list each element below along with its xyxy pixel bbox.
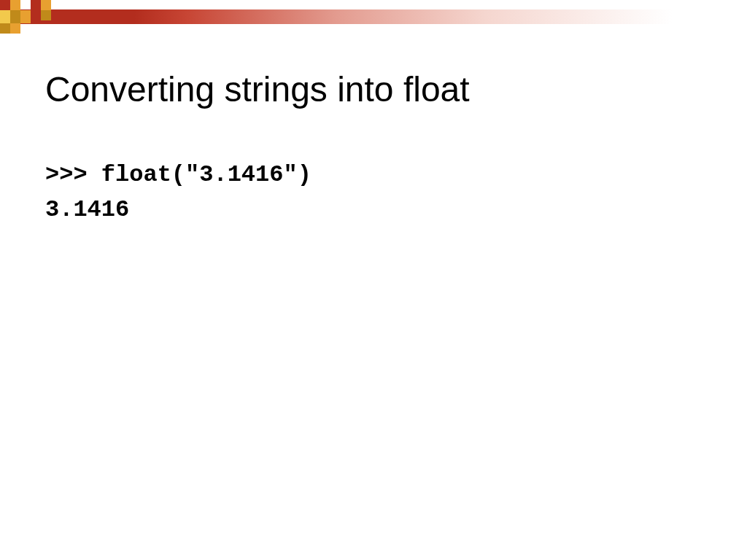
slide-title: Converting strings into float [45, 69, 470, 109]
code-line-input: >>> float("3.1416") [45, 158, 311, 192]
code-line-output: 3.1416 [45, 192, 311, 228]
code-example: >>> float("3.1416") 3.1416 [45, 158, 311, 228]
pixel-decoration [0, 0, 58, 36]
header-gradient-bar [0, 9, 747, 24]
